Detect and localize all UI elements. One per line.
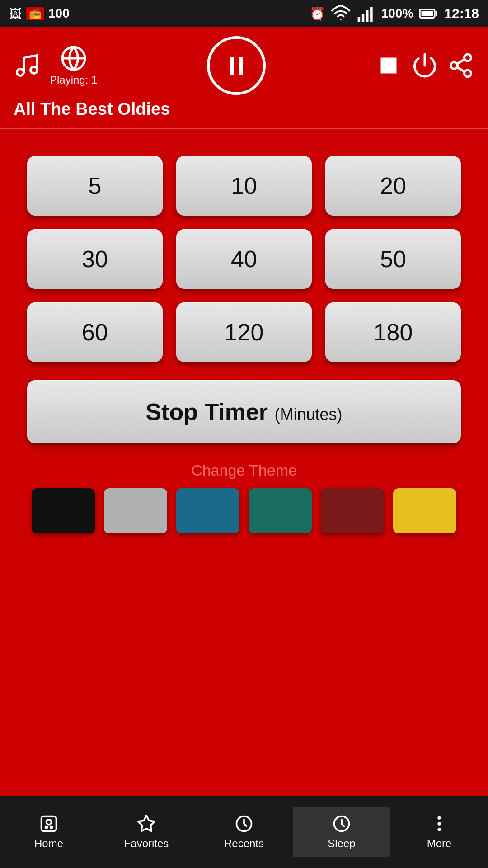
music-icon[interactable] — [14, 52, 41, 79]
signal-count: 100 — [48, 6, 70, 21]
battery-icon — [419, 4, 439, 24]
svg-point-6 — [17, 69, 24, 76]
timer-btn-5[interactable]: 5 — [27, 156, 163, 216]
theme-swatch-dark-red[interactable] — [321, 488, 384, 533]
nav-label-more: More — [427, 837, 452, 850]
stop-timer-main-text: Stop Timer — [145, 399, 268, 425]
app-header: Playing: 1 All The Best Oldies — [0, 27, 488, 128]
pause-icon — [223, 52, 250, 79]
svg-rect-9 — [230, 57, 234, 75]
nav-item-recents[interactable]: Recents — [195, 807, 293, 857]
timer-btn-10[interactable]: 10 — [176, 156, 312, 216]
status-time: 12:18 — [444, 6, 479, 21]
theme-swatch-yellow[interactable] — [393, 488, 456, 533]
theme-swatch-teal[interactable] — [249, 488, 312, 533]
change-theme-label: Change Theme — [27, 462, 461, 479]
svg-point-12 — [465, 54, 471, 61]
timer-btn-120[interactable]: 120 — [176, 302, 312, 362]
recents-icon — [234, 814, 254, 834]
wifi-icon — [331, 4, 351, 24]
bottom-nav: Home Favorites Recents Sleep More — [0, 796, 488, 868]
status-bar: 🖼 📻 100 ⏰ 100% 12:18 — [0, 0, 488, 27]
svg-rect-0 — [357, 17, 360, 22]
svg-rect-17 — [45, 826, 48, 829]
timer-btn-30[interactable]: 30 — [27, 229, 163, 289]
nav-label-favorites: Favorites — [124, 837, 169, 850]
nav-item-more[interactable]: More — [390, 807, 488, 857]
svg-rect-2 — [366, 10, 369, 22]
timer-btn-50[interactable]: 50 — [325, 229, 461, 289]
timer-btn-40[interactable]: 40 — [176, 229, 312, 289]
timer-btn-20[interactable]: 20 — [325, 156, 461, 216]
nav-item-sleep[interactable]: Sleep — [293, 807, 390, 857]
svg-rect-3 — [370, 7, 373, 22]
alarm-icon: ⏰ — [310, 6, 325, 21]
svg-point-13 — [451, 62, 458, 69]
battery-level: 100% — [381, 6, 414, 21]
home-icon — [39, 814, 59, 834]
nav-label-sleep: Sleep — [328, 837, 355, 850]
timer-grid: 5 10 20 30 40 50 60 120 180 — [27, 156, 461, 362]
nav-item-favorites[interactable]: Favorites — [98, 807, 195, 857]
photo-icon: 🖼 — [9, 6, 22, 21]
svg-rect-10 — [239, 57, 243, 75]
svg-point-7 — [31, 67, 38, 74]
radio-icon: 📻 — [26, 7, 44, 20]
nav-item-home[interactable]: Home — [0, 807, 98, 857]
power-icon[interactable] — [411, 52, 438, 79]
svg-rect-5 — [422, 11, 433, 16]
svg-point-22 — [437, 822, 441, 825]
theme-swatch-gray[interactable] — [104, 488, 167, 533]
nav-label-recents: Recents — [224, 837, 264, 850]
globe-icon[interactable] — [60, 45, 87, 72]
timer-btn-60[interactable]: 60 — [27, 302, 163, 362]
signal-icon — [356, 4, 376, 24]
theme-swatch-black[interactable] — [32, 488, 95, 533]
playing-label: Playing: 1 — [50, 74, 97, 86]
stop-icon[interactable] — [375, 52, 402, 79]
svg-rect-11 — [381, 58, 397, 74]
stop-timer-button[interactable]: Stop Timer (Minutes) — [27, 380, 461, 443]
svg-rect-18 — [50, 826, 53, 829]
svg-point-23 — [437, 828, 441, 831]
more-icon — [429, 814, 449, 834]
pause-button[interactable] — [207, 36, 266, 95]
theme-colors — [27, 488, 461, 533]
main-content: 5 10 20 30 40 50 60 120 180 Stop Timer (… — [0, 129, 488, 796]
timer-btn-180[interactable]: 180 — [325, 302, 461, 362]
sleep-icon — [332, 814, 352, 834]
svg-point-21 — [437, 816, 441, 820]
station-name: All The Best Oldies — [14, 99, 170, 118]
svg-rect-1 — [361, 14, 364, 22]
star-icon — [136, 814, 156, 834]
share-icon[interactable] — [447, 52, 474, 79]
nav-label-home: Home — [34, 837, 63, 850]
stop-timer-sub-text: (Minutes) — [275, 405, 343, 424]
svg-point-14 — [465, 70, 471, 77]
theme-swatch-blue[interactable] — [176, 488, 239, 533]
svg-point-16 — [47, 820, 52, 825]
change-theme-section: Change Theme — [27, 462, 461, 533]
